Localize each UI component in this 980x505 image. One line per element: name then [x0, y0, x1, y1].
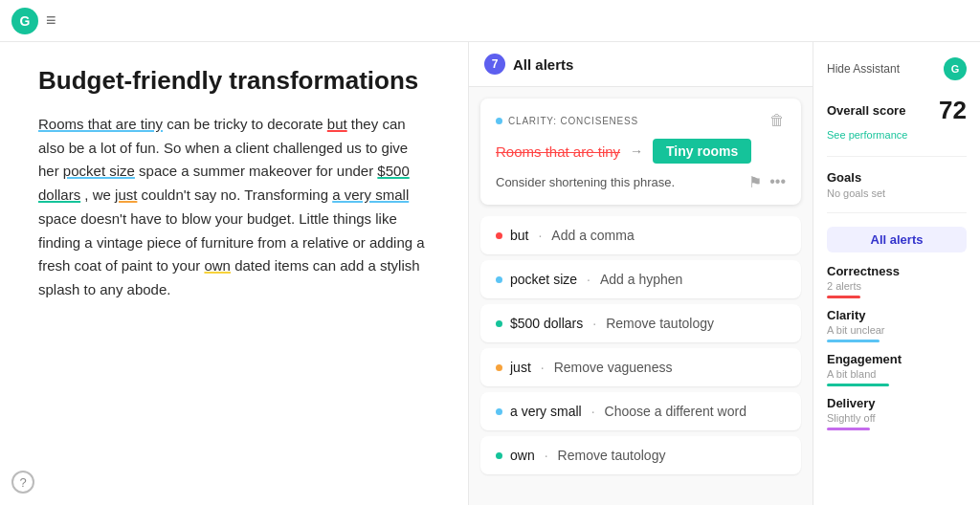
- clarity-dot: [496, 118, 502, 124]
- all-alerts-tab[interactable]: All alerts: [827, 227, 967, 252]
- overall-score-section: Overall score 72 See performance: [827, 96, 967, 157]
- score-bar: [827, 340, 880, 342]
- alert-keyword: pocket size: [510, 272, 577, 287]
- alert-category-label: CLARITY: CONCISENESS 🗑: [496, 112, 786, 129]
- score-category[interactable]: Clarity A bit unclear: [827, 308, 967, 342]
- replacement-button[interactable]: Tiny rooms: [653, 139, 751, 164]
- score-category[interactable]: Correctness 2 alerts: [827, 264, 967, 298]
- alert-keyword: $500 dollars: [510, 316, 583, 331]
- alert-dot: [496, 232, 502, 239]
- more-icon[interactable]: •••: [769, 173, 786, 191]
- trash-icon[interactable]: 🗑: [769, 112, 786, 129]
- score-bar: [827, 296, 860, 298]
- highlight-own[interactable]: own: [204, 257, 231, 274]
- alert-keyword: own: [510, 448, 535, 463]
- score-cat-header: Correctness: [827, 264, 967, 278]
- alert-card-actions: Consider shortening this phrase. ⚑ •••: [496, 173, 786, 191]
- goals-sublabel: No goals set: [827, 187, 967, 199]
- alert-list-item[interactable]: own · Remove tautology: [480, 436, 801, 474]
- arrow-icon: →: [630, 143, 643, 159]
- score-cat-sub: Slightly off: [827, 412, 967, 424]
- alert-suggestion: Remove tautology: [606, 316, 714, 331]
- score-cat-header: Delivery: [827, 396, 967, 410]
- score-bar: [827, 428, 870, 430]
- alerts-title: All alerts: [513, 56, 573, 73]
- alert-list-item[interactable]: $500 dollars · Remove tautology: [480, 304, 801, 342]
- alert-keyword: but: [510, 228, 528, 243]
- alert-dot: [496, 364, 502, 371]
- menu-icon[interactable]: ≡: [46, 11, 56, 31]
- score-category[interactable]: Delivery Slightly off: [827, 396, 967, 430]
- alert-dot: [496, 408, 502, 415]
- alert-separator: ·: [538, 228, 542, 243]
- overall-score-row: Overall score 72: [827, 96, 967, 125]
- editor-panel: Budget-friendly transformations Rooms th…: [0, 42, 469, 505]
- score-categories: Correctness 2 alerts Clarity A bit uncle…: [827, 264, 967, 430]
- score-cat-name: Clarity: [827, 308, 865, 322]
- alert-suggestion: Add a hyphen: [600, 272, 682, 287]
- highlight-rooms-tiny[interactable]: Rooms that are tiny: [38, 116, 163, 132]
- alerts-header: 7 All alerts: [469, 42, 813, 87]
- editor-title: Budget-friendly transformations: [38, 65, 430, 98]
- alert-suggestion: Choose a different word: [605, 404, 746, 419]
- score-cat-name: Correctness: [827, 264, 900, 278]
- help-icon[interactable]: ?: [11, 471, 34, 494]
- alert-list-item[interactable]: pocket size · Add a hyphen: [480, 260, 801, 298]
- top-bar: G ≡: [0, 0, 980, 42]
- alert-dot: [496, 452, 502, 459]
- goals-label: Goals: [827, 170, 967, 185]
- score-panel: Hide Assistant G Overall score 72 See pe…: [813, 42, 980, 505]
- alert-separator: ·: [541, 360, 545, 375]
- score-category[interactable]: Engagement A bit bland: [827, 352, 967, 386]
- score-bar: [827, 384, 889, 386]
- alert-separator: ·: [592, 316, 596, 331]
- score-cat-name: Engagement: [827, 352, 902, 366]
- score-cat-header: Engagement: [827, 352, 967, 366]
- see-performance-link[interactable]: See performance: [827, 129, 907, 141]
- alert-suggestion: Remove tautology: [558, 448, 666, 463]
- goals-section: Goals No goals set: [827, 170, 967, 213]
- replacement-row: Rooms that are tiny → Tiny rooms: [496, 139, 786, 164]
- score-cat-name: Delivery: [827, 396, 876, 410]
- alert-keyword: just: [510, 360, 531, 375]
- alert-suggestion: Remove vagueness: [554, 360, 673, 375]
- grammarly-icon-sm: G: [944, 57, 967, 80]
- alert-separator: ·: [591, 404, 595, 419]
- highlight-but[interactable]: but: [327, 116, 347, 132]
- main-layout: Budget-friendly transformations Rooms th…: [0, 42, 980, 505]
- overall-score-number: 72: [939, 96, 967, 125]
- alert-list-item[interactable]: just · Remove vagueness: [480, 348, 801, 386]
- alerts-panel: 7 All alerts CLARITY: CONCISENESS 🗑 Room…: [469, 42, 813, 505]
- alert-separator: ·: [587, 272, 590, 287]
- alert-dot: [496, 320, 502, 327]
- overall-score-label: Overall score: [827, 103, 905, 118]
- alert-card-icons: ⚑ •••: [748, 173, 786, 191]
- highlight-pocket-size[interactable]: pocket size: [63, 163, 135, 179]
- score-cat-sub: A bit unclear: [827, 324, 967, 336]
- alert-keyword: a very small: [510, 404, 582, 419]
- alert-dot: [496, 276, 502, 283]
- alert-list-item[interactable]: but · Add a comma: [480, 216, 801, 254]
- alert-description: Consider shortening this phrase.: [496, 175, 675, 189]
- editor-body: Rooms that are tiny can be tricky to dec…: [38, 113, 430, 302]
- grammarly-logo: G: [11, 8, 38, 34]
- alert-list-item[interactable]: a very small · Choose a different word: [480, 392, 801, 430]
- score-cat-header: Clarity: [827, 308, 967, 322]
- alert-list: but · Add a comma pocket size · Add a hy…: [469, 216, 813, 474]
- alert-suggestion: Add a comma: [551, 228, 634, 243]
- score-cat-sub: 2 alerts: [827, 280, 967, 292]
- score-cat-sub: A bit bland: [827, 368, 967, 380]
- active-alert-card[interactable]: CLARITY: CONCISENESS 🗑 Rooms that are ti…: [480, 99, 801, 205]
- flag-icon[interactable]: ⚑: [748, 173, 762, 191]
- alerts-badge: 7: [484, 54, 505, 75]
- alert-original-text: Rooms that are tiny: [496, 143, 620, 160]
- hide-assistant-button[interactable]: Hide Assistant: [827, 62, 900, 76]
- highlight-just[interactable]: just: [115, 187, 137, 203]
- score-panel-header: Hide Assistant G: [827, 57, 967, 80]
- highlight-very-small[interactable]: a very small: [332, 187, 409, 203]
- alert-separator: ·: [545, 448, 548, 463]
